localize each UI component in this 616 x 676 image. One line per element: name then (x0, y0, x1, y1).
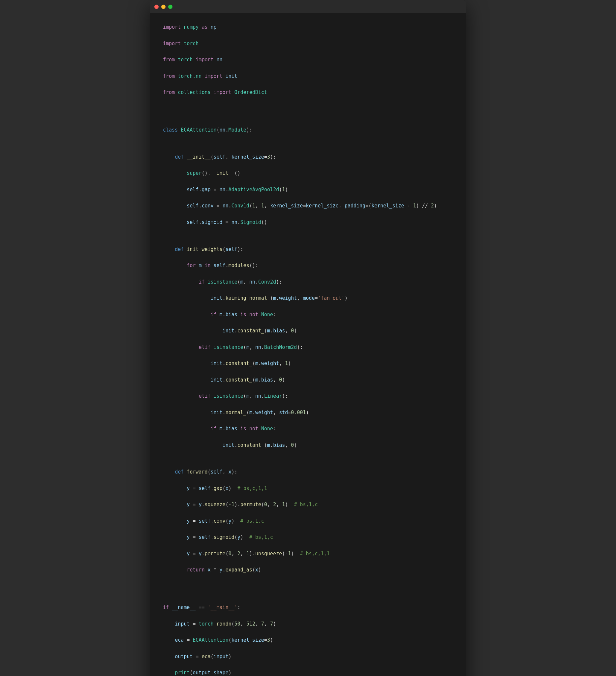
maximize-button[interactable] (168, 5, 172, 9)
code-block: import numpy as np import torch from tor… (163, 23, 453, 676)
code-area: import numpy as np import torch from tor… (150, 13, 466, 676)
code-window: import numpy as np import torch from tor… (150, 0, 466, 676)
titlebar (150, 0, 466, 13)
close-button[interactable] (154, 5, 159, 9)
minimize-button[interactable] (161, 5, 166, 9)
